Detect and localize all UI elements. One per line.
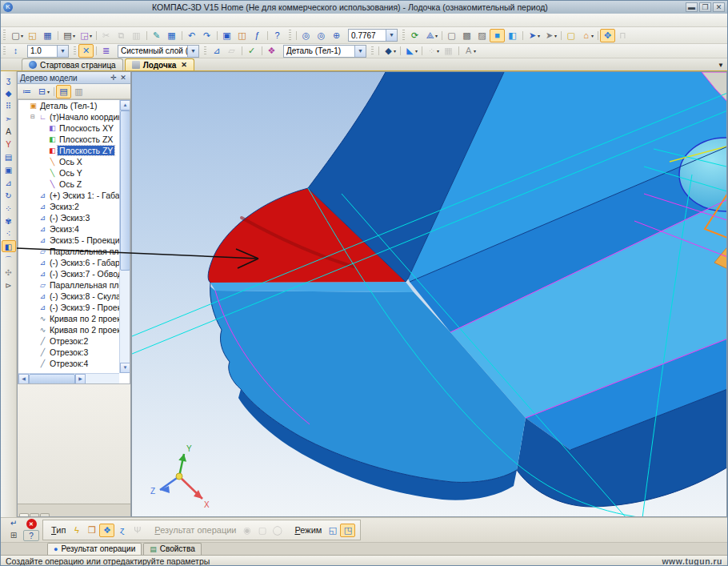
save-button[interactable]: ▦▾ (40, 29, 55, 42)
tree-tab-zones[interactable] (40, 513, 50, 516)
rail-array-tool[interactable]: ⁘ (2, 202, 16, 214)
rail-spline-tool[interactable]: ʒ (2, 74, 16, 86)
refresh-image-button[interactable]: ⟳▾ (407, 29, 422, 42)
rail-text-tool[interactable]: A (2, 125, 16, 137)
mode-window2-button[interactable]: ◳ (340, 524, 355, 537)
open-button[interactable]: ◱▾ (25, 29, 40, 42)
tree-settings-button[interactable]: ⊟▾ (34, 85, 51, 98)
rail-window-tool[interactable]: ▣ (2, 163, 16, 175)
scroll-left-icon[interactable]: ◀ (18, 374, 29, 384)
tree-item-segment2[interactable]: ╱ Отрезок:2 (18, 335, 119, 347)
redo-button[interactable]: ↷▾ (199, 29, 214, 42)
tree-item-segment3[interactable]: ╱ Отрезок:3 (18, 347, 119, 358)
rail-edit-part-tool[interactable]: ◧ (2, 240, 16, 252)
dropdown-arrow-icon[interactable]: ▾ (554, 33, 557, 38)
part-combo[interactable]: Деталь (Тел-1) ▼ (283, 45, 366, 58)
new-button[interactable]: ▢▾ (8, 29, 25, 42)
menu-window[interactable] (74, 19, 84, 21)
menu-help[interactable] (84, 19, 94, 21)
result-union-button[interactable]: ◉ (239, 524, 254, 537)
menu-file[interactable] (7, 19, 17, 21)
tree-close-icon[interactable]: ✕ (118, 74, 128, 82)
tree-structure-button[interactable]: ▤▾ (56, 85, 71, 98)
rail-more-tool[interactable]: ⊳ (2, 279, 16, 291)
tree-item-axis-z[interactable]: ╲ Ось Z (18, 179, 119, 190)
tree-item-axis-x[interactable]: ╲ Ось X (18, 156, 119, 167)
menu-specification[interactable] (55, 19, 65, 21)
tree-tab-construction[interactable] (19, 513, 29, 516)
tree-vertical-scrollbar[interactable]: ▲ ▼ (119, 100, 130, 373)
local-cs-button[interactable]: ⊿▾ (209, 44, 224, 58)
tree-item-sketch3[interactable]: ⊿ (-) Эскиз:3 (18, 212, 119, 223)
tree-horizontal-scrollbar[interactable]: ◀ ▶ (18, 373, 119, 383)
menu-editor[interactable] (17, 19, 26, 21)
scale-combo[interactable]: 1.0 ▼ (27, 45, 69, 58)
dropdown-arrow-icon[interactable]: ▾ (435, 33, 438, 38)
tab-start-page[interactable]: Стартовая страница (22, 58, 123, 70)
hidden-lines-thin-button[interactable]: ▨▾ (474, 29, 490, 42)
rail-gear2-tool[interactable]: ✣ (2, 266, 16, 278)
pin-icon[interactable]: ✛ (109, 74, 118, 82)
measure-button[interactable]: ⊓▾ (615, 29, 630, 42)
menu-service[interactable] (65, 19, 74, 21)
dropdown-arrow-icon[interactable]: ▾ (474, 48, 476, 54)
zoom-window-button[interactable]: ◎▾ (298, 29, 314, 42)
result-new-body-button[interactable]: ▢ (254, 524, 270, 537)
menu-libraries[interactable] (94, 19, 103, 21)
zoom-area-button[interactable]: ◎▾ (314, 29, 329, 42)
rail-axis-tool[interactable]: Y (2, 138, 16, 150)
tree-item-curve2[interactable]: ∿ Кривая по 2 проекциям: (18, 324, 119, 335)
stop-command-button[interactable]: ✕ (23, 518, 39, 529)
dropdown-arrow-icon[interactable]: ▾ (90, 33, 92, 38)
menu-view[interactable] (36, 19, 46, 21)
component-button[interactable]: ▦▾ (441, 44, 456, 58)
undo-button[interactable]: ↶▾ (184, 29, 199, 42)
tree-item-curve1[interactable]: ∿ Кривая по 2 проекциям: (18, 313, 119, 324)
tree-item-sketch2[interactable]: ⊿ Эскиз:2 (18, 201, 119, 212)
combo-arrow-icon[interactable]: ▼ (354, 46, 366, 57)
tree-item-sketch1[interactable]: ⊿ (+) Эскиз 1: - Габарит г (18, 190, 119, 201)
restore-button[interactable]: ❐ (699, 2, 711, 12)
cs-settings-button[interactable]: ▱▾ (224, 44, 239, 58)
shaded-edges-button[interactable]: ◧▾ (505, 29, 520, 42)
tree-item-plane-zy[interactable]: ◧ Плоскость ZY (18, 145, 119, 156)
boolean-button[interactable]: ◆▾ (381, 44, 398, 58)
mode-window-button[interactable]: ◱ (325, 524, 340, 537)
library-manager-button[interactable]: ◫▾ (234, 29, 250, 42)
dropdown-arrow-icon[interactable]: ▾ (21, 33, 23, 38)
combo-arrow-icon[interactable]: ▼ (187, 46, 198, 57)
tree-item-parallel-plane1[interactable]: ▱ Параллельная плоскост (18, 246, 119, 257)
scroll-thumb[interactable] (29, 374, 75, 384)
rail-gear-tool[interactable]: ✾ (2, 215, 16, 227)
ptab-operation-result[interactable]: ● Результат операции (47, 543, 142, 555)
tree-item-plane-zx[interactable]: ◧ Плоскость ZX (18, 134, 119, 145)
tree-item-parallel-plane2[interactable]: ▱ Параллельная плоскост (18, 279, 119, 291)
tree-item-origin[interactable]: ⊟ ∟ (т)Начало координат (18, 111, 119, 122)
tree-item-sketch5[interactable]: ⊿ Эскиз:5 - Проекция про. (18, 235, 119, 246)
section-view-button[interactable]: ⌂▾ (578, 29, 595, 42)
zoom-in-out-button[interactable]: ⊕▾ (329, 29, 344, 42)
type-sketch-button[interactable]: ϟ (69, 524, 84, 537)
type-solid-button[interactable]: ❖ (99, 524, 114, 537)
rail-sheet-tool[interactable]: ▤ (2, 151, 16, 163)
layer-combo[interactable]: Системный слой (0; ▼ (118, 45, 199, 58)
filter-faces-button[interactable]: ➤▾ (525, 29, 542, 42)
type-surface-button[interactable]: ❒ (84, 524, 99, 537)
simplified-view-button[interactable]: ▢▾ (563, 29, 578, 42)
hidden-lines-button[interactable]: ▩▾ (459, 29, 474, 42)
orientation-button[interactable]: ⟁▾ (422, 29, 439, 42)
type-curve-button[interactable]: ɀ (114, 524, 130, 537)
scroll-down-icon[interactable]: ▼ (120, 363, 130, 373)
rotate-model-button[interactable]: ✥▾ (600, 29, 615, 42)
dimension-height-button[interactable]: ↕▾ (8, 44, 23, 58)
rail-arc-tool[interactable]: ⌒ (2, 253, 16, 265)
close-button[interactable]: ✕ (713, 2, 725, 12)
tree-composition-button[interactable]: ▥▾ (71, 85, 86, 98)
minimize-button[interactable]: ▬ (686, 2, 698, 12)
check-document-button[interactable]: ✓▾ (244, 44, 259, 58)
ptab-properties[interactable]: ▤ Свойства (143, 543, 201, 555)
tab-overflow-icon[interactable]: ▼ (718, 62, 724, 69)
menu-operations[interactable] (46, 19, 55, 21)
dropdown-arrow-icon[interactable]: ▾ (47, 89, 50, 94)
menu-select[interactable] (26, 19, 36, 21)
